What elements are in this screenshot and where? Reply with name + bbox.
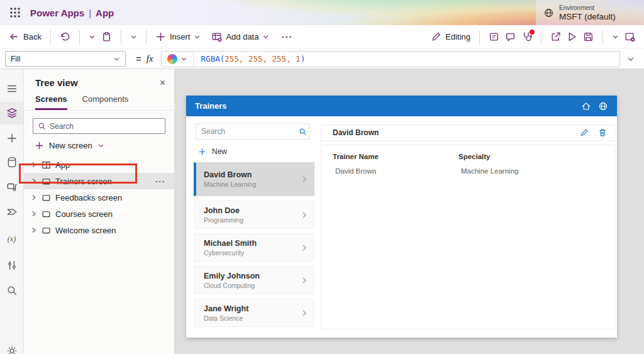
power-apps-label[interactable]: Power Apps (30, 8, 84, 18)
edit-pencil-icon[interactable] (580, 128, 589, 137)
formula-bar-expand-chevron-icon[interactable] (626, 55, 635, 64)
formula-input[interactable]: RGBA(255, 255, 255, 1) (161, 51, 620, 67)
app-screen-preview[interactable]: Trainers New (186, 96, 617, 338)
rail-advanced-tools-button[interactable] (0, 254, 23, 277)
trainer-specialty: Cloud Computing (204, 282, 314, 289)
chevron-right-icon[interactable] (31, 194, 37, 201)
canvas-area[interactable]: Trainers New (175, 69, 644, 354)
undo-chevron-icon[interactable] (89, 33, 96, 40)
app-name-label: App (96, 8, 114, 18)
formula-close-token: ) (301, 54, 306, 64)
tree-item-welcome-screen[interactable]: Welcome screen (24, 222, 174, 238)
variables-icon: (x) (8, 235, 16, 244)
tab-screens[interactable]: Screens (35, 94, 67, 110)
more-options-button[interactable]: ··· (155, 177, 174, 186)
app-title-bar[interactable]: Trainers (186, 96, 617, 116)
paste-icon[interactable] (101, 31, 112, 42)
gallery-item-emily-johnson[interactable]: Emily Johnson Cloud Computing (194, 266, 314, 294)
chevron-right-icon[interactable] (301, 211, 308, 219)
trainer-name: Jane Wright (204, 304, 314, 313)
gallery-search-input[interactable] (201, 127, 299, 136)
new-screen-chevron-icon (97, 142, 104, 149)
tree-item-feedbacks-screen[interactable]: Feedbacks screen (24, 189, 174, 206)
rail-menu-button[interactable] (0, 77, 23, 100)
insert-plus-icon (155, 31, 166, 42)
chat-icon[interactable] (505, 31, 516, 42)
screen-icon (42, 209, 51, 219)
tree-item-courses-screen[interactable]: Courses screen (24, 206, 174, 222)
chevron-right-icon[interactable] (301, 244, 308, 252)
formula-bar: Fill = fx RGBA(255, 255, 255, 1) (0, 49, 644, 69)
delete-trash-icon[interactable] (598, 128, 607, 137)
back-arrow-icon (9, 31, 19, 42)
rail-settings-button[interactable] (0, 340, 23, 354)
fx-label: fx (147, 53, 153, 64)
screen-icon (42, 226, 51, 235)
share-icon[interactable] (550, 31, 561, 42)
paste-chevron-icon[interactable] (130, 33, 137, 40)
tree-search-box[interactable] (33, 118, 165, 134)
environment-picker[interactable]: Environment MSFT (default) (536, 0, 644, 25)
environment-label: Environment (559, 4, 616, 12)
publish-icon[interactable] (625, 31, 635, 42)
formula-expression[interactable]: RGBA(255, 255, 255, 1) (194, 54, 306, 64)
property-selector[interactable]: Fill (5, 51, 126, 67)
close-icon[interactable]: × (160, 78, 165, 88)
waffle-menu-icon[interactable] (9, 6, 21, 19)
gallery-item-michael-smith[interactable]: Michael Smith Cybersecurity (194, 233, 314, 262)
play-preview-icon[interactable] (567, 31, 577, 42)
screen-icon (42, 193, 51, 202)
equals-sign: = (136, 53, 142, 64)
globe-icon[interactable] (598, 101, 608, 111)
search-icon[interactable] (299, 128, 307, 136)
detail-header: David Brown (321, 124, 615, 141)
back-button[interactable]: Back (9, 31, 42, 42)
comments-panel-icon[interactable] (489, 31, 499, 42)
add-data-button[interactable]: Add data (211, 31, 269, 42)
trainer-specialty: Programming (204, 216, 314, 224)
home-icon[interactable] (581, 101, 591, 111)
gallery-search-box[interactable] (196, 123, 309, 140)
tab-components[interactable]: Components (82, 94, 129, 110)
rail-insert-button[interactable] (0, 127, 23, 150)
chevron-right-icon[interactable] (31, 227, 37, 233)
gear-icon (6, 345, 18, 354)
chevron-right-icon[interactable] (31, 211, 37, 217)
add-data-chevron-icon (262, 33, 269, 40)
chevron-right-icon[interactable] (301, 277, 308, 284)
chevron-right-icon[interactable] (301, 175, 308, 183)
environment-globe-icon (543, 8, 554, 18)
media-icon (6, 181, 18, 192)
power-automate-icon (6, 206, 18, 218)
plus-icon (198, 148, 206, 156)
rail-power-automate-button[interactable] (0, 201, 23, 223)
rail-variables-button[interactable]: (x) (0, 228, 23, 250)
tree-view-tabs: Screens Components (24, 91, 174, 111)
app-checker-button[interactable] (521, 31, 532, 42)
tree-search-input[interactable] (50, 122, 160, 131)
gallery-item-david-brown[interactable]: David Brown Machine Learning (194, 162, 314, 196)
save-chevron-icon[interactable] (612, 33, 619, 40)
copilot-button[interactable] (162, 52, 194, 67)
gallery-item-john-doe[interactable]: John Doe Programming (194, 201, 314, 229)
new-screen-button[interactable]: New screen (24, 134, 174, 155)
save-icon[interactable] (583, 31, 594, 42)
field-trainer-name: Trainer Name David Brown (333, 153, 379, 175)
insert-label: Insert (170, 32, 191, 41)
undo-icon[interactable] (60, 31, 70, 42)
add-data-icon (211, 31, 222, 42)
trainer-name: Michael Smith (204, 239, 314, 248)
divider (50, 30, 51, 44)
toolbar-overflow-button[interactable]: ··· (281, 31, 292, 42)
chevron-right-icon[interactable] (301, 309, 308, 317)
editing-mode-button[interactable]: Editing (431, 31, 470, 42)
rail-tree-view-button[interactable] (0, 102, 23, 124)
gallery-item-jane-wright[interactable]: Jane Wright Data Science (194, 299, 314, 327)
pencil-icon (431, 31, 441, 42)
rail-search-button[interactable] (0, 279, 23, 302)
command-bar-left: Back Insert Add data (9, 30, 292, 44)
formula-function-token: RGBA( (201, 54, 225, 64)
gallery-new-button[interactable]: New (198, 147, 227, 156)
insert-button[interactable]: Insert (155, 31, 201, 42)
field-label: Specialty (458, 153, 518, 160)
